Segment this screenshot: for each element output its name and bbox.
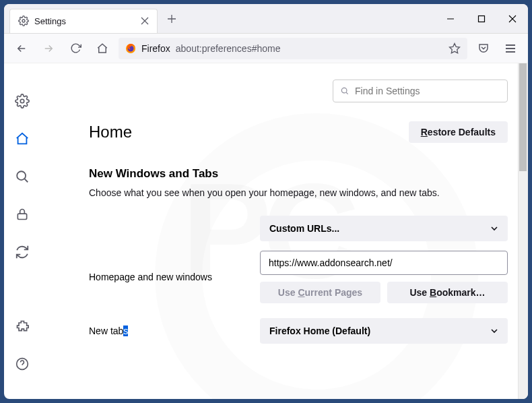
titlebar: Settings (4, 4, 528, 34)
svg-point-5 (20, 99, 24, 103)
homepage-url-input[interactable] (260, 251, 508, 275)
newtabs-dropdown[interactable]: Firefox Home (Default) (260, 318, 508, 344)
window-controls (435, 5, 528, 32)
find-in-settings[interactable] (333, 80, 508, 102)
firefox-icon (125, 43, 136, 54)
sidebar (4, 63, 40, 399)
sidebar-sync[interactable] (10, 240, 34, 264)
page-title: Home (89, 123, 132, 142)
url-text: about:preferences#home (176, 43, 281, 54)
gear-icon (18, 16, 29, 26)
homepage-label: Homepage and new windows (89, 272, 251, 282)
section-description: Choose what you see when you open your h… (89, 187, 508, 198)
svg-point-0 (22, 20, 25, 22)
toolbar: Firefox about:preferences#home (4, 34, 528, 63)
section-title: New Windows and Tabs (89, 167, 508, 181)
tab-strip: Settings (4, 5, 435, 33)
main-panel: Home Restore Defaults New Windows and Ta… (40, 63, 528, 399)
window-frame: Settings Firefox about:preferences# (4, 4, 528, 399)
chevron-down-icon (490, 224, 498, 232)
sidebar-help[interactable] (10, 352, 34, 376)
svg-marker-4 (450, 43, 460, 53)
pocket-button[interactable] (473, 38, 494, 59)
svg-point-9 (341, 88, 347, 93)
svg-rect-1 (479, 16, 485, 22)
close-button[interactable] (497, 5, 528, 32)
svg-point-6 (17, 171, 26, 180)
forward-button[interactable] (38, 38, 59, 59)
url-bar[interactable]: Firefox about:preferences#home (119, 38, 467, 59)
sidebar-general[interactable] (10, 89, 34, 113)
homepage-mode-dropdown[interactable]: Custom URLs... (260, 216, 508, 241)
restore-defaults-button[interactable]: Restore Defaults (409, 121, 508, 143)
tab-title: Settings (34, 16, 135, 26)
search-icon (340, 86, 350, 96)
content-area: PC Home Restore Defaults (4, 63, 528, 399)
maximize-button[interactable] (466, 5, 497, 32)
use-bookmark-button[interactable]: Use Bookmark… (387, 282, 508, 303)
newtabs-label: New tabs (89, 326, 251, 336)
star-icon[interactable] (448, 42, 461, 55)
sidebar-privacy[interactable] (10, 202, 34, 226)
sidebar-home[interactable] (10, 127, 34, 151)
sidebar-extensions[interactable] (10, 314, 34, 338)
svg-rect-7 (18, 214, 26, 219)
chevron-down-icon (490, 327, 498, 335)
back-button[interactable] (11, 38, 32, 59)
tab-settings[interactable]: Settings (9, 9, 158, 33)
sidebar-search[interactable] (10, 164, 34, 189)
reload-button[interactable] (65, 38, 86, 59)
search-input[interactable] (355, 86, 500, 96)
url-identity: Firefox (141, 43, 170, 54)
minimize-button[interactable] (435, 5, 466, 32)
home-button[interactable] (92, 38, 113, 59)
menu-button[interactable] (500, 38, 521, 59)
close-icon[interactable] (141, 17, 149, 25)
dropdown-label: Custom URLs... (269, 223, 339, 234)
use-current-pages-button[interactable]: Use Current Pages (260, 282, 380, 303)
new-tab-button[interactable] (162, 9, 182, 29)
dropdown-label: Firefox Home (Default) (269, 326, 370, 336)
